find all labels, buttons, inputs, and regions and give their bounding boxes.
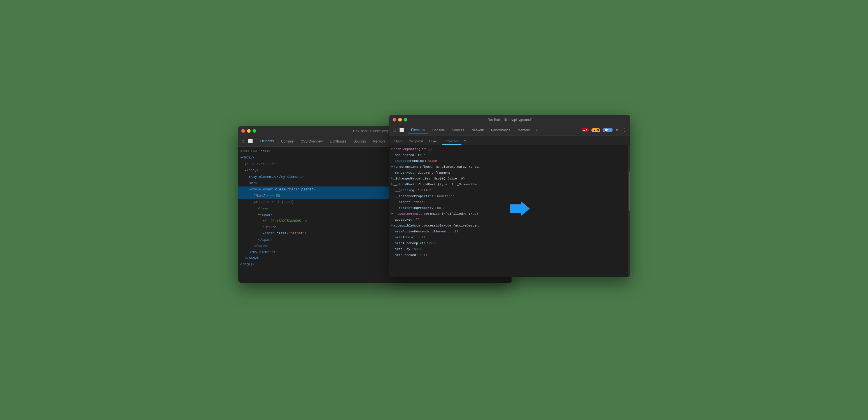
traffic-lights-front bbox=[393, 118, 407, 122]
scrollbar-track-front[interactable] bbox=[628, 145, 630, 277]
prop-line: hasUpdated: true bbox=[389, 152, 630, 158]
prop-line: ►enableUpdating: f () bbox=[389, 146, 630, 152]
tab-css-overview-back[interactable]: CSS Overview bbox=[297, 138, 326, 145]
traffic-light-red-front[interactable] bbox=[393, 118, 396, 122]
titlebar-title-front: DevTools - lit.dev/playground/ bbox=[488, 118, 531, 122]
scrollbar-thumb-front[interactable] bbox=[629, 171, 630, 211]
dom-line: </span> bbox=[238, 237, 400, 243]
badge-warn-front: ▲ 3 bbox=[591, 128, 600, 132]
tab-lighthouse-back[interactable]: Lighthouse bbox=[327, 138, 350, 145]
dom-line: </span> bbox=[238, 243, 400, 249]
traffic-light-red-back[interactable] bbox=[241, 129, 245, 133]
prop-line: ariaAtomic: null bbox=[389, 234, 630, 240]
badge-info-front: 💬 1 bbox=[602, 128, 612, 132]
tab-performance-front[interactable]: Performance bbox=[488, 126, 514, 134]
dom-line: ►<head>…</head> bbox=[238, 161, 400, 168]
svg-marker-0 bbox=[510, 202, 530, 216]
prop-line: ►__childPart: ChildPart {type: 2, _$comm… bbox=[389, 181, 630, 187]
device-icon-back[interactable]: ⬜ bbox=[248, 139, 253, 144]
panel-tab-more-front[interactable]: » bbox=[462, 137, 468, 144]
dom-line: <hr> bbox=[238, 180, 400, 186]
dom-line: ►#shadow-root (open) bbox=[238, 199, 400, 206]
tab-sources-back[interactable]: Sources bbox=[350, 138, 369, 145]
tab-elements-front[interactable]: Elements bbox=[408, 126, 428, 134]
devtools-window-front: DevTools - lit.dev/playground/ ⬚ ⬜ Eleme… bbox=[389, 115, 630, 277]
settings-icon-front[interactable]: ⚙ bbox=[615, 126, 619, 133]
toolbar-icons-back: ⬚ ⬜ bbox=[240, 139, 253, 144]
prop-line: ariaActiveDescendantElement: null bbox=[389, 229, 630, 234]
dom-line: <!--?lit$927534869$--> bbox=[238, 218, 400, 224]
panel-tab-computed-front[interactable]: Computed bbox=[406, 138, 426, 145]
tab-console-back[interactable]: Console bbox=[278, 138, 297, 145]
panel-tab-layout-front[interactable]: Layout bbox=[427, 138, 441, 145]
prop-line: __planet: "Mars" bbox=[389, 199, 630, 205]
tab-network-front[interactable]: Network bbox=[468, 126, 487, 134]
traffic-light-green-front[interactable] bbox=[404, 118, 407, 122]
traffic-lights-back bbox=[241, 129, 256, 133]
dom-line: ►<my-element>…</my-element> bbox=[238, 174, 400, 180]
dom-line: ▼<body> bbox=[238, 168, 400, 174]
panel-tabbar-front: Styles Computed Layout Properties » bbox=[389, 136, 630, 145]
traffic-light-green-back[interactable] bbox=[253, 129, 256, 133]
tab-memory-front[interactable]: Memory bbox=[514, 126, 533, 134]
badge-error-front: ● 1 bbox=[581, 128, 589, 132]
front-main-content: Styles Computed Layout Properties » ►ena… bbox=[389, 136, 630, 277]
tab-console-front[interactable]: Console bbox=[429, 126, 448, 134]
traffic-light-yellow-back[interactable] bbox=[247, 129, 251, 133]
dom-line-selected-2: "Mars"> == $0 bbox=[238, 193, 400, 199]
dom-line: <!--→ bbox=[238, 206, 400, 212]
dom-panel-back[interactable]: <!DOCTYPE html> ▼<html> ►<head>…</head> … bbox=[238, 147, 400, 283]
dom-line: ▼<html> bbox=[238, 155, 400, 161]
dom-line: <!DOCTYPE html> bbox=[238, 148, 400, 155]
prop-line: ►__updatePromise: Promise {<fulfilled>: … bbox=[389, 211, 630, 217]
dom-line: </body> bbox=[238, 256, 400, 262]
traffic-light-yellow-front[interactable] bbox=[398, 118, 402, 122]
screenshot-container: DevTools - lit.dev/playground/ ⬚ ⬜ Eleme… bbox=[238, 115, 630, 305]
dom-line: </my-element> bbox=[238, 249, 400, 256]
cursor-icon-back[interactable]: ⬚ bbox=[240, 139, 246, 144]
prop-line: __greeting: "Hello" bbox=[389, 187, 630, 193]
titlebar-front: DevTools - lit.dev/playground/ bbox=[389, 115, 630, 125]
dom-line-selected: ▼<my-element class="mars" planet= bbox=[238, 186, 400, 193]
prop-line: renderRoot: document-fragment bbox=[389, 170, 630, 176]
tab-network-back[interactable]: Network bbox=[370, 138, 389, 145]
prop-line: ariaBusy: null bbox=[389, 246, 630, 252]
panel-tab-styles-front[interactable]: Styles bbox=[392, 138, 405, 145]
prop-line: __reflectingProperty: null bbox=[389, 205, 630, 211]
dom-line: </html> bbox=[238, 262, 400, 268]
prop-line: isUpdatePending: false bbox=[389, 158, 630, 164]
tab-sources-front[interactable]: Sources bbox=[448, 126, 468, 134]
more-icon-front[interactable]: ⋮ bbox=[622, 126, 628, 133]
properties-content-front[interactable]: ►enableUpdating: f () hasUpdated: true i… bbox=[389, 145, 630, 277]
tab-more-front[interactable]: » bbox=[534, 127, 539, 133]
tab-elements-back[interactable]: Elements bbox=[256, 138, 277, 145]
prop-line: ►accessibleNode: AccessibleNode {activeD… bbox=[389, 222, 630, 229]
prop-line: ariaAutoComplete: null bbox=[389, 240, 630, 246]
toolbar-icons-front: ⬚ ⬜ bbox=[392, 127, 404, 133]
panel-tab-properties-front[interactable]: Properties bbox=[442, 138, 461, 145]
prop-line: __instanceProperties: undefined bbox=[389, 193, 630, 199]
prop-line: ►renderOptions: {host: my-element.mars, … bbox=[389, 164, 630, 170]
dom-line: ▼<span> bbox=[238, 212, 400, 218]
prop-line: ariaChecked: null bbox=[389, 252, 630, 258]
tabbar-front: ⬚ ⬜ Elements Console Sources Network Per… bbox=[389, 125, 630, 136]
dom-line: "Hello" bbox=[238, 224, 400, 231]
blue-arrow bbox=[510, 202, 530, 216]
dom-line: ►<span class="planet">… bbox=[238, 231, 400, 237]
cursor-icon-front[interactable]: ⬚ bbox=[392, 127, 397, 133]
device-icon-front[interactable]: ⬜ bbox=[399, 127, 404, 133]
prop-line: accessKey: "" bbox=[389, 217, 630, 222]
tabbar-right-front: ● 1 ▲ 3 💬 1 ⚙ ⋮ bbox=[581, 126, 628, 133]
prop-line: ►_$changedProperties: Map(0) {size: 0} bbox=[389, 176, 630, 181]
properties-panel-front: Styles Computed Layout Properties » ►ena… bbox=[389, 136, 630, 277]
